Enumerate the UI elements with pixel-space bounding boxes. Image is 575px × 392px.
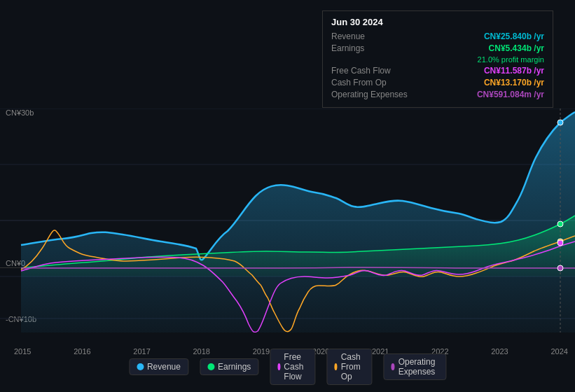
svg-point-9 [557,240,563,246]
tooltip-box: Jun 30 2024 Revenue CN¥25.840b /yr Earni… [322,10,553,108]
revenue-dot [137,363,144,370]
op-exp-label: Operating Expenses [331,90,422,99]
earnings-dot [207,363,214,370]
legend-free-cash[interactable]: Free Cash Flow [270,349,315,385]
legend-cash-from-op[interactable]: Cash From Op [326,349,372,385]
legend: Revenue Earnings Free Cash Flow Cash Fro… [129,349,446,385]
op-exp-row: Operating Expenses CN¥591.084m /yr [331,90,544,99]
legend-free-cash-label: Free Cash Flow [284,352,307,382]
free-cash-label: Free Cash Flow [331,66,422,76]
legend-cash-from-op-label: Cash From Op [341,352,365,382]
free-cash-dot [277,363,280,370]
legend-op-expenses-label: Operating Expenses [399,357,438,377]
x-label-2024: 2024 [550,347,567,356]
legend-earnings[interactable]: Earnings [200,358,258,375]
x-label-2016: 2016 [74,347,90,356]
legend-revenue[interactable]: Revenue [129,358,188,375]
profit-margin-text: 21.0% profit margin [478,55,544,64]
cash-op-label: Cash From Op [331,78,422,88]
svg-point-10 [557,265,563,271]
earnings-row: Earnings CN¥5.434b /yr [331,43,544,53]
cash-from-op-dot [334,363,337,370]
profit-margin-row: 21.0% profit margin [331,55,544,64]
svg-point-7 [557,221,563,227]
earnings-value: CN¥5.434b /yr [489,43,544,53]
earnings-label: Earnings [331,43,422,53]
x-label-2023: 2023 [491,347,508,356]
x-label-2015: 2015 [14,347,31,356]
free-cash-row: Free Cash Flow CN¥11.587b /yr [331,66,544,76]
op-expenses-dot [391,363,394,370]
legend-revenue-label: Revenue [147,362,181,372]
svg-point-6 [557,120,563,125]
tooltip-date: Jun 30 2024 [331,17,544,27]
legend-op-expenses[interactable]: Operating Expenses [383,354,446,380]
revenue-label: Revenue [331,31,422,41]
cash-op-value: CN¥13.170b /yr [484,78,544,88]
cash-op-row: Cash From Op CN¥13.170b /yr [331,78,544,88]
legend-earnings-label: Earnings [218,362,251,372]
free-cash-value: CN¥11.587b /yr [484,66,544,76]
revenue-value: CN¥25.840b /yr [484,31,544,41]
op-exp-value: CN¥591.084m /yr [477,90,544,99]
chart-svg [0,108,575,332]
revenue-row: Revenue CN¥25.840b /yr [331,31,544,41]
